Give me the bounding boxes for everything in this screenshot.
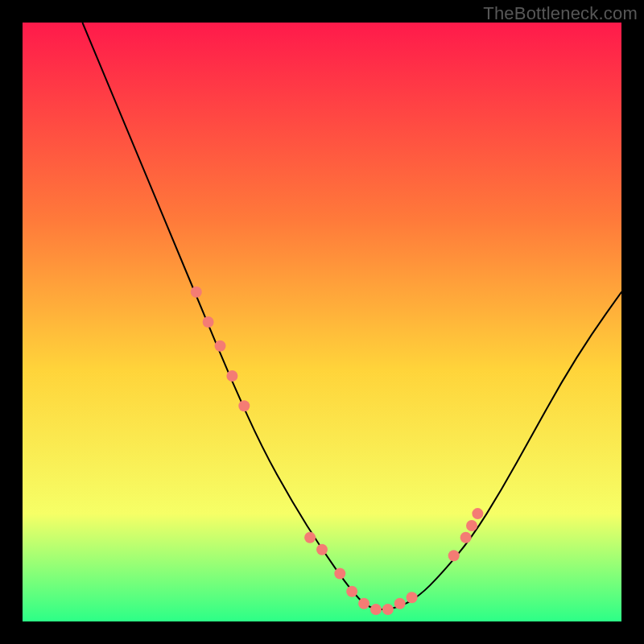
highlight-dot: [316, 544, 328, 555]
highlight-dot: [238, 400, 250, 411]
chart-svg: [23, 23, 621, 621]
highlight-dot: [334, 568, 345, 580]
highlight-dot: [407, 592, 418, 603]
highlight-dot: [304, 532, 316, 543]
gradient-background: [23, 23, 621, 621]
highlight-dot: [472, 508, 483, 519]
highlight-dot: [448, 550, 460, 561]
highlight-dot: [191, 287, 202, 298]
highlight-dot: [203, 316, 214, 328]
highlight-dot: [346, 586, 357, 597]
highlight-dot: [358, 598, 369, 609]
watermark-text: TheBottleneck.com: [483, 3, 638, 24]
highlight-dot: [460, 532, 472, 543]
highlight-dot: [394, 598, 406, 609]
highlight-dot: [226, 370, 237, 382]
highlight-dot: [382, 604, 394, 615]
highlight-dot: [215, 341, 226, 352]
highlight-dot: [466, 520, 477, 531]
highlight-dot: [370, 604, 382, 615]
chart-frame: [23, 23, 621, 621]
